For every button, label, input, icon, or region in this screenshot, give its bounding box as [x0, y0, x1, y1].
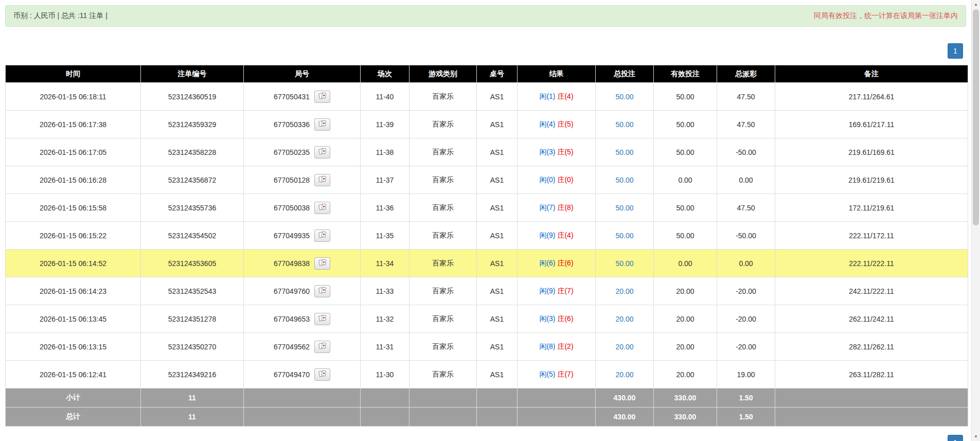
total-bet-link[interactable]: 50.00 [615, 148, 633, 156]
cell-table-number: AS1 [477, 333, 518, 361]
cards-icon [318, 314, 327, 323]
summary-empty-cell [409, 408, 477, 427]
cell-total-bet: 20.00 [596, 277, 654, 305]
cell-payout: 47.50 [717, 194, 775, 222]
cell-valid-bet: 50.00 [654, 111, 717, 138]
total-bet-link[interactable]: 20.00 [615, 315, 633, 323]
view-result-button[interactable] [314, 313, 330, 325]
cell-game-type: 百家乐 [409, 138, 477, 166]
scroll-down-icon[interactable]: ▼ [972, 432, 980, 441]
round-wrap: 677050128 [247, 174, 357, 186]
round-wrap: 677049935 [247, 230, 357, 242]
total-bet-link[interactable]: 20.00 [615, 371, 633, 379]
cell-valid-bet: 50.00 [654, 194, 717, 222]
round-number: 677050128 [274, 176, 310, 184]
total-row: 总计11430.00330.001.50 [6, 408, 968, 427]
column-header: 游戏类别 [409, 65, 477, 83]
subtotal-row: 小计11430.00330.001.50 [6, 389, 968, 408]
summary-bar: 币别 : 人民币 | 总共 :11 注单 | 同局有效投注，统一计算在该局第一张… [5, 5, 966, 27]
summary-empty-cell [361, 408, 409, 427]
view-result-button[interactable] [314, 230, 330, 242]
cards-icon [318, 259, 327, 268]
cell-payout: -20.00 [717, 305, 775, 333]
cell-total-bet: 50.00 [596, 166, 654, 194]
view-result-button[interactable] [314, 202, 330, 214]
cell-time: 2026-01-15 06:13:45 [6, 305, 141, 333]
summary-empty-cell [775, 408, 968, 427]
round-wrap: 677049760 [247, 285, 357, 297]
view-result-button[interactable] [314, 341, 330, 353]
view-result-button[interactable] [314, 146, 330, 158]
cell-bet-id: 523124349216 [141, 361, 244, 389]
cell-total-bet: 50.00 [596, 111, 654, 138]
player-result: 闲(0) [539, 175, 555, 184]
scroll-up-icon[interactable]: ▲ [972, 0, 980, 9]
total-bet-link[interactable]: 50.00 [615, 176, 633, 184]
cell-result: 闲(8) 庄(2) [518, 333, 596, 361]
cell-payout: -50.00 [717, 138, 775, 166]
cell-bet-id: 523124353605 [141, 250, 244, 277]
cards-icon [318, 370, 327, 379]
round-number: 677050235 [274, 148, 310, 156]
cell-total-bet: 50.00 [596, 250, 654, 277]
scrollbar-thumb[interactable] [973, 9, 979, 225]
cell-table-number: AS1 [477, 111, 518, 138]
total-bet-link[interactable]: 20.00 [615, 287, 633, 295]
cell-result: 闲(9) 庄(4) [518, 222, 596, 250]
view-result-button[interactable] [314, 285, 330, 297]
cell-table-number: AS1 [477, 250, 518, 277]
column-header: 总投注 [596, 65, 654, 83]
cell-remark: 217.11/264.61 [775, 83, 968, 111]
view-result-button[interactable] [314, 91, 330, 103]
cards-icon [318, 231, 327, 240]
cell-round: 677050038 [244, 194, 361, 222]
player-result: 闲(9) [539, 287, 555, 295]
column-header: 时间 [6, 65, 141, 83]
round-wrap: 677049470 [247, 368, 357, 381]
table-row: 2026-01-15 06:15:22523124354502677049935… [6, 222, 968, 250]
cell-total-bet: 50.00 [596, 194, 654, 222]
round-wrap: 677049653 [247, 313, 357, 325]
table-header-row: 时间注单编号局号场次游戏类别桌号结果总投注有效投注总派彩备注 [6, 65, 968, 83]
cell-bet-id: 523124352543 [141, 277, 244, 305]
total-bet-link[interactable]: 20.00 [615, 343, 633, 351]
view-result-button[interactable] [314, 257, 330, 270]
cell-session: 11-33 [361, 277, 409, 305]
cell-time: 2026-01-15 06:14:52 [6, 250, 141, 277]
summary-empty-cell [244, 389, 361, 408]
table-row: 2026-01-15 06:12:41523124349216677049470… [6, 361, 968, 389]
column-header: 局号 [244, 65, 361, 83]
cell-session: 11-34 [361, 250, 409, 277]
summary-empty-cell [775, 389, 968, 408]
total-bet-link[interactable]: 50.00 [615, 204, 633, 212]
cell-round: 677049935 [244, 222, 361, 250]
cell-session: 11-35 [361, 222, 409, 250]
banker-result: 庄(6) [557, 259, 573, 267]
cell-result: 闲(3) 庄(5) [518, 138, 596, 166]
cell-valid-bet: 20.00 [654, 361, 717, 389]
player-result: 闲(3) [539, 148, 555, 156]
cell-table-number: AS1 [477, 83, 518, 111]
cell-remark: 262.11/242.11 [775, 305, 968, 333]
page-button-1-bottom[interactable]: 1 [948, 435, 963, 441]
cell-session: 11-38 [361, 138, 409, 166]
page-button-1[interactable]: 1 [948, 43, 963, 59]
column-header: 总派彩 [717, 65, 775, 83]
total-bet-link[interactable]: 50.00 [615, 120, 633, 129]
cell-result: 闲(0) 庄(0) [518, 166, 596, 194]
table-footer: 小计11430.00330.001.50总计11430.00330.001.50 [6, 389, 968, 427]
view-result-button[interactable] [314, 368, 330, 381]
cell-total-bet: 50.00 [596, 83, 654, 111]
cell-bet-id: 523124350270 [141, 333, 244, 361]
vertical-scrollbar[interactable]: ▲ ▼ [971, 0, 980, 441]
table-row: 2026-01-15 06:14:52523124353605677049838… [6, 250, 968, 277]
view-result-button[interactable] [314, 118, 330, 131]
banker-result: 庄(6) [557, 314, 573, 323]
summary-empty-cell [477, 408, 518, 427]
total-bet-link[interactable]: 50.00 [615, 259, 633, 268]
cell-result: 闲(7) 庄(8) [518, 194, 596, 222]
summary-empty-cell [244, 408, 361, 427]
total-bet-link[interactable]: 50.00 [615, 232, 633, 240]
total-bet-link[interactable]: 50.00 [615, 93, 633, 101]
view-result-button[interactable] [314, 174, 330, 186]
